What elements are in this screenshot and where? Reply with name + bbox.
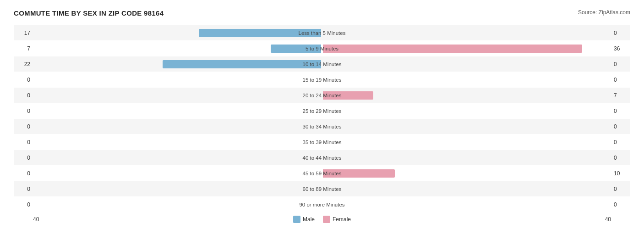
axis-right-label: 40 [605, 216, 611, 223]
female-swatch [323, 216, 330, 223]
chart-title: COMMUTE TIME BY SEX IN ZIP CODE 98164 [14, 9, 164, 17]
male-bar [199, 29, 321, 37]
female-bar-wrap [322, 75, 611, 85]
male-value: 0 [14, 108, 33, 114]
legend-female: Female [323, 216, 351, 223]
female-label: Female [333, 216, 351, 223]
bars-container: 90 or more Minutes [33, 197, 611, 212]
bar-row: 0 60 to 89 Minutes 0 [14, 181, 630, 196]
male-bar [271, 45, 321, 53]
female-bar-wrap [322, 200, 611, 210]
male-value: 0 [14, 201, 33, 208]
female-bar-wrap [322, 28, 611, 38]
bars-container: 40 to 44 Minutes [33, 150, 611, 165]
male-bar-wrap [33, 184, 322, 194]
bar-row: 7 5 to 9 Minutes 36 [14, 41, 630, 56]
female-bar [323, 45, 582, 53]
bar-row: 0 15 to 19 Minutes 0 [14, 72, 630, 87]
bar-row: 0 45 to 59 Minutes 10 [14, 166, 630, 181]
female-bar-wrap [322, 59, 611, 69]
male-bar-wrap [33, 200, 322, 210]
male-bar-wrap [33, 122, 322, 132]
female-bar-wrap [322, 44, 611, 54]
female-value: 0 [611, 61, 630, 67]
header: COMMUTE TIME BY SEX IN ZIP CODE 98164 So… [14, 9, 630, 17]
female-bar-wrap [322, 122, 611, 132]
bar-row: 17 Less than 5 Minutes 0 [14, 25, 630, 40]
female-bar-wrap [322, 153, 611, 163]
female-value: 0 [611, 123, 630, 130]
female-value: 0 [611, 30, 630, 36]
bars-container: 35 to 39 Minutes [33, 134, 611, 150]
male-bar-wrap [33, 44, 322, 54]
male-value: 0 [14, 186, 33, 192]
chart-wrapper: COMMUTE TIME BY SEX IN ZIP CODE 98164 So… [14, 9, 630, 223]
male-value: 0 [14, 155, 33, 161]
bar-row: 22 10 to 14 Minutes 0 [14, 56, 630, 72]
male-bar-wrap [33, 90, 322, 100]
bar-row: 0 40 to 44 Minutes 0 [14, 150, 630, 165]
bars-container: Less than 5 Minutes [33, 25, 611, 40]
female-bar [323, 91, 373, 100]
male-value: 0 [14, 92, 33, 99]
bar-row: 0 20 to 24 Minutes 7 [14, 88, 630, 103]
male-bar-wrap [33, 168, 322, 179]
bar-row: 0 90 or more Minutes 0 [14, 197, 630, 212]
male-bar-wrap [33, 59, 322, 69]
male-value: 0 [14, 77, 33, 83]
female-bar-wrap [322, 184, 611, 194]
bars-container: 25 to 29 Minutes [33, 103, 611, 118]
male-value: 0 [14, 170, 33, 177]
male-bar-wrap [33, 137, 322, 147]
female-value: 36 [611, 45, 630, 52]
axis-left-label: 40 [33, 216, 39, 223]
bars-container: 30 to 34 Minutes [33, 119, 611, 134]
bars-container: 45 to 59 Minutes [33, 166, 611, 181]
bars-container: 10 to 14 Minutes [33, 56, 611, 72]
male-bar-wrap [33, 75, 322, 85]
male-bar-wrap [33, 153, 322, 163]
female-value: 0 [611, 108, 630, 114]
bars-container: 5 to 9 Minutes [33, 41, 611, 56]
chart-area: 17 Less than 5 Minutes 0 7 [14, 25, 630, 212]
male-value: 0 [14, 123, 33, 130]
male-label: Male [303, 216, 315, 223]
male-bar [163, 60, 321, 68]
source-text: Source: ZipAtlas.com [578, 9, 630, 16]
female-bar-wrap [322, 137, 611, 147]
legend-male: Male [293, 216, 315, 223]
female-value: 10 [611, 170, 630, 177]
bars-container: 15 to 19 Minutes [33, 72, 611, 87]
female-value: 0 [611, 139, 630, 145]
female-value: 7 [611, 92, 630, 99]
female-bar-wrap [322, 106, 611, 116]
male-bar-wrap [33, 28, 322, 38]
female-value: 0 [611, 186, 630, 192]
legend-items: Male Female [293, 216, 351, 223]
male-value: 0 [14, 139, 33, 145]
female-value: 0 [611, 201, 630, 208]
bars-container: 20 to 24 Minutes [33, 88, 611, 103]
male-value: 17 [14, 30, 33, 36]
male-value: 22 [14, 61, 33, 67]
bars-container: 60 to 89 Minutes [33, 181, 611, 196]
male-value: 7 [14, 45, 33, 52]
bar-row: 0 25 to 29 Minutes 0 [14, 103, 630, 118]
legend-row: 40 Male Female 40 [14, 216, 630, 223]
female-bar-wrap [322, 90, 611, 100]
female-bar [323, 169, 395, 178]
bar-row: 0 30 to 34 Minutes 0 [14, 119, 630, 134]
male-swatch [293, 216, 300, 223]
female-value: 0 [611, 155, 630, 161]
bar-row: 0 35 to 39 Minutes 0 [14, 134, 630, 150]
female-value: 0 [611, 77, 630, 83]
female-bar-wrap [322, 168, 611, 179]
male-bar-wrap [33, 106, 322, 116]
